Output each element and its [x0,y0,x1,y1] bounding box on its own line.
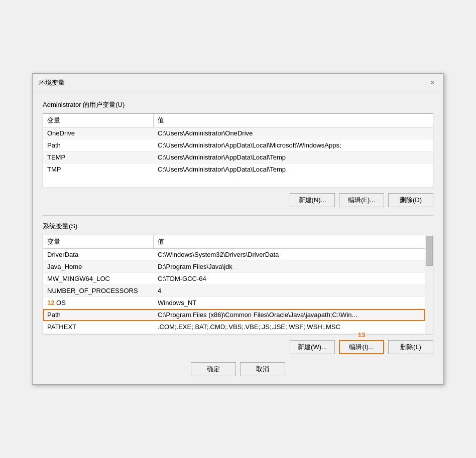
sys-col-value: 值 [154,235,425,248]
user-table-row[interactable]: OneDriveC:\Users\Administrator\OneDrive [43,127,433,139]
system-table-row[interactable]: PathC:\Program Files (x86)\Common Files\… [43,309,425,321]
sys-cell-value: C:\Program Files (x86)\Common Files\Orac… [154,309,425,321]
sys-col-variable: 变量 [43,235,154,248]
edit-annotation: 13 [358,331,365,339]
environment-variables-dialog: 环境变量 × Administrator 的用户变量(U) 变量 值 OneDr… [32,73,444,385]
user-cell-value: C:\Users\Administrator\AppData\Local\Tem… [154,151,433,163]
user-table-body: OneDriveC:\Users\Administrator\OneDriveP… [43,127,433,188]
bottom-buttons: 确定 取消 [43,362,433,376]
system-table-row[interactable]: DriverDataC:\Windows\System32\Drivers\Dr… [43,249,425,261]
system-table-row[interactable]: 12 OSWindows_NT [43,297,425,309]
user-cell-variable: OneDrive [43,127,154,139]
sys-cell-variable: Java_Home [43,261,154,272]
cancel-button[interactable]: 取消 [240,362,285,376]
sys-cell-variable: NUMBER_OF_PROCESSORS [43,285,154,296]
sys-cell-variable: DriverData [43,249,154,260]
system-delete-button[interactable]: 删除(L) [388,340,433,354]
system-edit-button[interactable]: 编辑(I)... [339,340,384,354]
sys-cell-value: C:\Windows\System32\Drivers\DriverData [154,249,425,260]
system-table-row[interactable]: MW_MINGW64_LOCC:\TDM-GCC-64 [43,273,425,285]
dialog-content: Administrator 的用户变量(U) 变量 值 OneDriveC:\U… [33,92,443,384]
dialog-title: 环境变量 [39,78,65,87]
scrollbar-thumb[interactable] [426,236,433,266]
sys-cell-value: .COM;.EXE;.BAT;.CMD;.VBS;.VBE;.JS;.JSE;.… [154,321,425,333]
user-table-row[interactable]: TMPC:\Users\Administrator\AppData\Local\… [43,164,433,175]
sys-cell-value: AMD64 [154,333,425,335]
sys-cell-variable: PROCESSOR_ARCHITECTURE [43,333,154,335]
user-table-row[interactable]: TEMPC:\Users\Administrator\AppData\Local… [43,151,433,164]
system-section-label: 系统变量(S) [43,222,433,231]
sys-cell-variable: MW_MINGW64_LOC [43,273,154,284]
user-cell-variable: TEMP [43,151,154,163]
sys-cell-value: D:\Program Files\Java\jdk [154,261,425,272]
ok-button[interactable]: 确定 [191,362,236,376]
user-delete-button[interactable]: 删除(D) [388,193,433,207]
close-button[interactable]: × [427,78,437,88]
sys-cell-value: C:\TDM-GCC-64 [154,273,425,284]
user-new-button[interactable]: 新建(N)... [290,193,335,207]
user-cell-variable: Path [43,139,154,151]
user-cell-variable: TMP [43,164,154,175]
sys-cell-variable: 12 OS [43,297,154,309]
user-cell-value: C:\Users\Administrator\AppData\Local\Mic… [154,139,433,151]
user-variables-table: 变量 值 OneDriveC:\Users\Administrator\OneD… [43,113,433,188]
sys-cell-value: 4 [154,285,425,296]
row-annotation: 12 [47,299,54,307]
system-table-row[interactable]: NUMBER_OF_PROCESSORS4 [43,285,425,297]
system-table-row[interactable]: PATHEXT.COM;.EXE;.BAT;.CMD;.VBS;.VBE;.JS… [43,321,425,333]
user-table-header: 变量 值 [43,114,433,127]
section-separator [43,215,433,216]
system-edit-wrapper: 13 编辑(I)... [339,340,384,354]
system-table-inner: 变量 值 DriverDataC:\Windows\System32\Drive… [43,235,433,335]
system-table-row[interactable]: Java_HomeD:\Program Files\Java\jdk [43,261,425,273]
system-table-header: 变量 值 [43,235,425,249]
user-edit-button[interactable]: 编辑(E)... [339,193,384,207]
user-table-row[interactable]: PathC:\Users\Administrator\AppData\Local… [43,139,433,151]
sys-cell-value: Windows_NT [154,297,425,309]
user-section-label: Administrator 的用户变量(U) [43,100,433,109]
system-table-row[interactable]: PROCESSOR_ARCHITECTUREAMD64 [43,333,425,335]
sys-cell-variable: Path [43,309,154,321]
user-col-variable: 变量 [43,114,154,127]
user-cell-value: C:\Users\Administrator\OneDrive [154,127,433,139]
system-table-body: DriverDataC:\Windows\System32\Drivers\Dr… [43,249,425,335]
sys-cell-variable: PATHEXT [43,321,154,333]
system-new-button[interactable]: 新建(W)... [290,340,335,354]
system-variables-table: 变量 值 DriverDataC:\Windows\System32\Drive… [43,235,433,335]
user-buttons-row: 新建(N)... 编辑(E)... 删除(D) [43,193,433,207]
system-buttons-row: 新建(W)... 13 编辑(I)... 删除(L) [43,340,433,354]
user-cell-value: C:\Users\Administrator\AppData\Local\Tem… [154,164,433,175]
title-bar: 环境变量 × [33,74,443,92]
user-col-value: 值 [154,114,433,127]
scrollbar-track[interactable] [425,235,433,335]
